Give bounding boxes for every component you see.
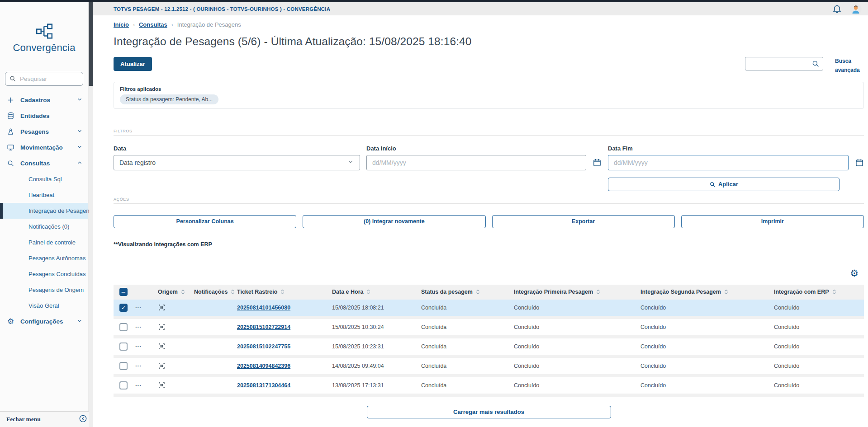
- row-checkbox[interactable]: [119, 343, 128, 351]
- sidebar-scrollbar-thumb[interactable]: [89, 2, 93, 86]
- sort-icon[interactable]: [596, 289, 600, 295]
- ticket-link[interactable]: 20250814094842396: [237, 363, 290, 369]
- row-menu-icon[interactable]: [135, 382, 142, 389]
- export-button[interactable]: Exportar: [492, 215, 675, 228]
- sidebar-item-pesagens-de-origem[interactable]: Pesagens de Origem: [0, 282, 88, 298]
- divider: [114, 203, 864, 204]
- advanced-search-link[interactable]: Busca avançada: [835, 57, 864, 75]
- customize-columns-button[interactable]: Personalizar Colunas: [114, 215, 296, 228]
- ticket-link[interactable]: 20250815102247755: [237, 343, 290, 350]
- breadcrumb: Início › Consultas › Integração de Pesag…: [114, 21, 864, 28]
- search-icon[interactable]: [811, 60, 820, 70]
- column-header-data-e-hora[interactable]: Data e Hora: [328, 285, 417, 300]
- cell-first-integration: Concluído: [510, 319, 637, 335]
- cell-second-integration: Concluído: [637, 377, 770, 394]
- sidebar-item-pesagens-autonomas[interactable]: Pesagens Autônomas: [0, 250, 88, 266]
- chevron-down-icon: [76, 96, 83, 104]
- sidebar-search-input[interactable]: [5, 72, 83, 86]
- row-menu-icon[interactable]: [135, 362, 142, 369]
- column-header-integracao-primeira[interactable]: Integração Primeira Pesagem: [510, 285, 637, 300]
- cell-second-integration: Concluído: [637, 358, 770, 374]
- breadcrumb-consultas[interactable]: Consultas: [139, 21, 167, 28]
- sidebar-item-heartbeat[interactable]: Heartbeat: [0, 187, 88, 203]
- column-header-notificacoes[interactable]: Notificações: [190, 285, 233, 300]
- sidebar-item-consulta-sql[interactable]: Consulta Sql: [0, 171, 88, 187]
- load-more-button[interactable]: Carregar mais resultados: [367, 406, 611, 418]
- sidebar-item-integracao-de-pesagens[interactable]: Integração de Pesagens: [0, 203, 88, 219]
- ticket-link[interactable]: 20250814101456080: [237, 305, 290, 311]
- filter-chip-status-pesagem[interactable]: Status da pesagem: Pendente, Ab...: [120, 94, 218, 104]
- row-checkbox[interactable]: [119, 362, 128, 370]
- sidebar-item-cadastros[interactable]: Cadastros: [0, 92, 88, 108]
- ticket-link[interactable]: 20250815102722914: [237, 324, 290, 330]
- row-checkbox[interactable]: [119, 304, 128, 312]
- chevron-down-icon: [347, 158, 354, 167]
- sidebar-item-entidades[interactable]: Entidades: [0, 108, 88, 124]
- row-menu-icon[interactable]: [135, 324, 142, 330]
- sidebar-search: [5, 72, 83, 86]
- sidebar-item-pesagens[interactable]: Pesagens: [0, 124, 88, 140]
- cell-second-integration: Concluído: [637, 319, 770, 335]
- select-all-checkbox[interactable]: [119, 288, 128, 296]
- table-row: 20250813171304464 13/08/2025 17:13:31 Co…: [114, 377, 864, 397]
- sidebar-item-visao-geral[interactable]: Visão Geral: [0, 298, 88, 314]
- data-type-select[interactable]: Data registro: [114, 155, 360, 170]
- data-label: Data: [114, 145, 360, 152]
- notifications-bell-icon[interactable]: [832, 4, 842, 14]
- sort-icon[interactable]: [476, 289, 480, 295]
- cell-second-integration: Concluído: [637, 338, 770, 355]
- page-title: Integração de Pesagens (5/6) - Última At…: [114, 35, 864, 48]
- table-row: 20250815102722914 15/08/2025 10:30:24 Co…: [114, 319, 864, 338]
- column-header-origem[interactable]: Origem: [154, 285, 190, 300]
- sort-icon[interactable]: [181, 289, 185, 295]
- sort-icon[interactable]: [832, 289, 836, 295]
- row-menu-icon[interactable]: [135, 304, 142, 311]
- sidebar-item-configuracoes[interactable]: ⚙ Configurações: [0, 314, 88, 329]
- sort-icon[interactable]: [366, 289, 370, 295]
- column-header-integracao-erp[interactable]: Integração com ERP: [770, 285, 864, 300]
- cell-status: Concluída: [417, 377, 510, 394]
- close-menu-button[interactable]: Fechar menu: [0, 411, 93, 427]
- apply-filter-button[interactable]: Aplicar: [608, 178, 840, 191]
- row-menu-icon[interactable]: [135, 343, 142, 350]
- sidebar-item-pesagens-concluidas[interactable]: Pesagens Concluídas: [0, 266, 88, 282]
- calendar-icon[interactable]: [855, 158, 864, 167]
- table-settings-gear-icon[interactable]: ⚙: [850, 269, 859, 278]
- cell-first-integration: Concluído: [510, 358, 637, 374]
- consultas-submenu: Consulta Sql Heartbeat Integração de Pes…: [0, 171, 88, 314]
- user-avatar[interactable]: [850, 3, 862, 15]
- cell-status: Concluída: [417, 358, 510, 374]
- erp-integration-note: **Visualizando integrações com ERP: [114, 241, 864, 248]
- column-header-status-da-pesagem[interactable]: Status da pesagem: [417, 285, 510, 300]
- sidebar-item-consultas[interactable]: Consultas: [0, 155, 88, 171]
- reintegrate-button[interactable]: (0) Integrar novamente: [303, 215, 485, 228]
- search-icon: [6, 160, 15, 167]
- barcode-icon: [158, 343, 166, 350]
- sort-icon[interactable]: [280, 289, 285, 295]
- row-checkbox[interactable]: [119, 323, 128, 331]
- chevron-down-icon: [76, 128, 83, 136]
- column-header-ticket-rastreio[interactable]: Ticket Rastreio: [233, 285, 328, 300]
- data-inicio-input[interactable]: [366, 155, 586, 170]
- sidebar-item-notificacoes[interactable]: Notificações (0): [0, 219, 88, 235]
- sidebar-item-painel-de-controle[interactable]: Painel de controle: [0, 235, 88, 250]
- data-fim-input[interactable]: [608, 155, 849, 170]
- sort-icon[interactable]: [724, 289, 728, 295]
- table-row: 20250814101456080 15/08/2025 18:08:21 Co…: [114, 300, 864, 319]
- row-checkbox[interactable]: [119, 381, 128, 389]
- divider: [114, 135, 864, 136]
- column-header-integracao-segunda[interactable]: Integração Segunda Pesagem: [637, 285, 770, 300]
- cell-erp-integration: Concluído: [770, 358, 864, 374]
- print-button[interactable]: Imprimir: [681, 215, 864, 228]
- breadcrumb-inicio[interactable]: Início: [114, 21, 129, 28]
- chevron-up-icon: [76, 160, 83, 168]
- field-data: Data Data registro: [114, 145, 360, 170]
- app-logo-text: Convergência: [0, 42, 88, 54]
- refresh-button[interactable]: Atualizar: [114, 57, 152, 71]
- calendar-icon[interactable]: [593, 158, 602, 167]
- sidebar-item-movimentacao[interactable]: Movimentação: [0, 140, 88, 155]
- ticket-link[interactable]: 20250813171304464: [237, 382, 290, 389]
- chevron-down-icon: [76, 318, 83, 326]
- sidebar-scrollbar[interactable]: [89, 2, 93, 427]
- cell-datetime: 15/08/2025 18:08:21: [328, 300, 417, 316]
